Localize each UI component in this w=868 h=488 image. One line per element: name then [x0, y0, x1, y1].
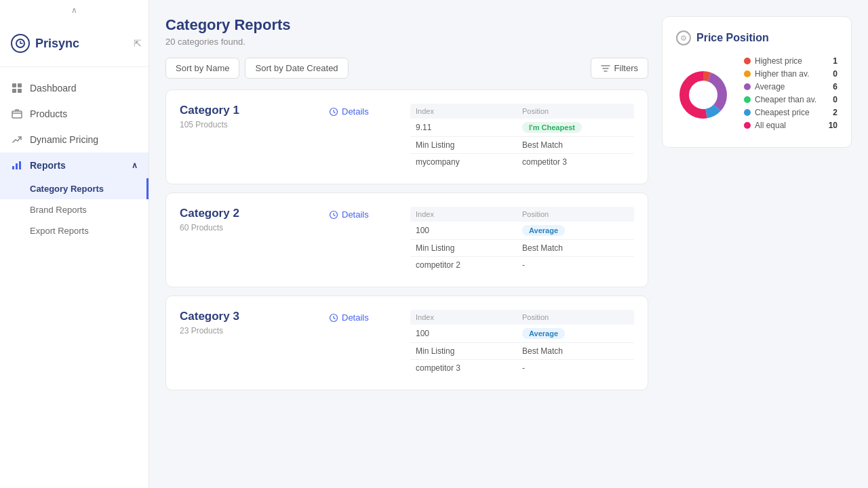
company-0: mycompany: [416, 157, 522, 167]
legend-item: Highest price 1: [744, 56, 837, 66]
sidebar-item-brand-reports[interactable]: Brand Reports: [0, 199, 149, 220]
price-position-settings-icon: ⚙: [676, 30, 691, 45]
legend-label-4: Cheapest price: [755, 108, 829, 117]
toolbar: Sort by Name Sort by Date Created Filter…: [165, 58, 648, 79]
sidebar-item-export-reports[interactable]: Export Reports: [0, 220, 149, 241]
category-info-0: Category 1 105 Products: [180, 104, 302, 129]
category-products-2: 23 Products: [180, 326, 302, 336]
details-link-area-0: Details: [329, 104, 383, 117]
category-name-2: Category 3: [180, 310, 302, 323]
logo-icon: [11, 34, 30, 53]
sidebar-item-reports-label: Reports: [30, 160, 66, 171]
mini-table-row-index-2: 100 Average: [410, 325, 634, 343]
svg-rect-7: [16, 163, 18, 169]
index-header-1: Index: [416, 210, 522, 218]
company-2: competitor 3: [416, 363, 522, 373]
category-details-link-0[interactable]: Details: [329, 106, 369, 117]
svg-rect-3: [12, 89, 16, 93]
sidebar-item-category-reports-label: Category Reports: [30, 184, 104, 194]
page-subtitle: 20 categories found.: [165, 37, 648, 47]
filters-button[interactable]: Filters: [591, 58, 648, 79]
price-chart-area: Highest price 1 Higher than av. 0 Averag…: [676, 56, 837, 134]
legend-item: Cheaper than av. 0: [744, 95, 837, 104]
clock-icon: [329, 107, 338, 117]
legend-label-1: Higher than av.: [755, 69, 829, 79]
competitor-2: -: [522, 363, 629, 373]
mini-table-row-listing-0: Min Listing Best Match: [410, 137, 634, 154]
legend-label-0: Highest price: [755, 56, 829, 66]
sort-by-name-button[interactable]: Sort by Name: [165, 58, 239, 79]
legend-label-5: All equal: [755, 121, 825, 130]
index-header-0: Index: [416, 107, 522, 115]
sidebar-item-category-reports[interactable]: Category Reports: [0, 178, 149, 199]
price-position-donut-chart: [676, 68, 730, 122]
categories-panel: Category Reports 20 categories found. So…: [165, 16, 648, 472]
sort-by-date-button[interactable]: Sort by Date Created: [245, 58, 348, 79]
legend-count-0: 1: [833, 56, 837, 66]
clock-icon: [329, 313, 338, 323]
best-match-label-2: Best Match: [522, 346, 629, 356]
mini-table-row-listing-2: Min Listing Best Match: [410, 343, 634, 360]
category-name-0: Category 1: [180, 104, 302, 117]
svg-rect-5: [12, 111, 22, 118]
price-position-legend: Highest price 1 Higher than av. 0 Averag…: [744, 56, 837, 134]
position-header-1: Position: [522, 210, 629, 218]
best-match-label-1: Best Match: [522, 243, 629, 253]
sidebar-item-reports[interactable]: Reports ∧: [0, 152, 149, 178]
sidebar-collapse-button[interactable]: ⇱: [134, 38, 142, 49]
mini-table-row-index-1: 100 Average: [410, 222, 634, 240]
legend-count-1: 0: [833, 69, 837, 79]
bar-chart-icon: [11, 159, 23, 171]
index-value-1: 100: [416, 226, 522, 235]
legend-count-4: 2: [833, 108, 837, 117]
mini-table-row-company-2: competitor 3 -: [410, 360, 634, 376]
logo-text: Prisync: [35, 37, 79, 51]
legend-count-2: 6: [833, 82, 837, 92]
category-details-link-1[interactable]: Details: [329, 209, 369, 220]
position-badge-0: I'm Cheapest: [522, 122, 629, 133]
filters-label: Filters: [614, 63, 638, 73]
content-area: Category Reports 20 categories found. So…: [149, 0, 868, 488]
right-panel: ⚙ Price Position: [662, 16, 852, 472]
legend-item: All equal 10: [744, 121, 837, 130]
price-position-title: Price Position: [696, 32, 769, 44]
mini-table-2: Index Position 100 Average Min Listing B…: [410, 310, 634, 376]
category-products-1: 60 Products: [180, 223, 302, 232]
svg-point-16: [691, 83, 715, 107]
sidebar-item-products[interactable]: Products: [0, 101, 149, 127]
reports-sub-nav: Category Reports Brand Reports Export Re…: [0, 178, 149, 241]
position-badge-2: Average: [522, 328, 629, 339]
category-info-2: Category 3 23 Products: [180, 310, 302, 336]
sidebar: ∧ Prisync ⇱ Dashboard: [0, 0, 149, 488]
svg-rect-4: [18, 89, 22, 93]
mini-table-row-company-1: competitor 2 -: [410, 257, 634, 273]
mini-table-row-listing-1: Min Listing Best Match: [410, 240, 634, 257]
category-name-1: Category 2: [180, 207, 302, 220]
sidebar-item-dynamic-pricing-label: Dynamic Pricing: [30, 134, 98, 145]
mini-table-header-2: Index Position: [410, 310, 634, 325]
mini-table-header-1: Index Position: [410, 207, 634, 222]
legend-item: Average 6: [744, 82, 837, 92]
sidebar-item-dynamic-pricing[interactable]: Dynamic Pricing: [0, 127, 149, 152]
min-listing-label-0: Min Listing: [416, 140, 522, 150]
position-badge-1: Average: [522, 225, 629, 236]
position-header-2: Position: [522, 313, 629, 321]
sidebar-item-dashboard[interactable]: Dashboard: [0, 75, 149, 101]
clock-icon: [329, 210, 338, 220]
price-position-title-row: ⚙ Price Position: [676, 30, 837, 45]
sidebar-logo: Prisync ⇱: [0, 20, 149, 67]
min-listing-label-1: Min Listing: [416, 243, 522, 253]
svg-rect-6: [12, 166, 14, 169]
category-card: Category 1 105 Products Details Index Po…: [165, 89, 648, 184]
legend-dot-2: [744, 83, 751, 90]
category-info-1: Category 2 60 Products: [180, 207, 302, 232]
sidebar-item-export-reports-label: Export Reports: [30, 226, 89, 236]
category-products-0: 105 Products: [180, 120, 302, 129]
mini-table-1: Index Position 100 Average Min Listing B…: [410, 207, 634, 273]
legend-label-3: Cheaper than av.: [755, 95, 829, 104]
legend-label-2: Average: [755, 82, 829, 92]
mini-table-0: Index Position 9.11 I'm Cheapest Min Lis…: [410, 104, 634, 170]
legend-dot-4: [744, 109, 751, 116]
competitor-0: competitor 3: [522, 157, 629, 167]
category-details-link-2[interactable]: Details: [329, 312, 369, 323]
